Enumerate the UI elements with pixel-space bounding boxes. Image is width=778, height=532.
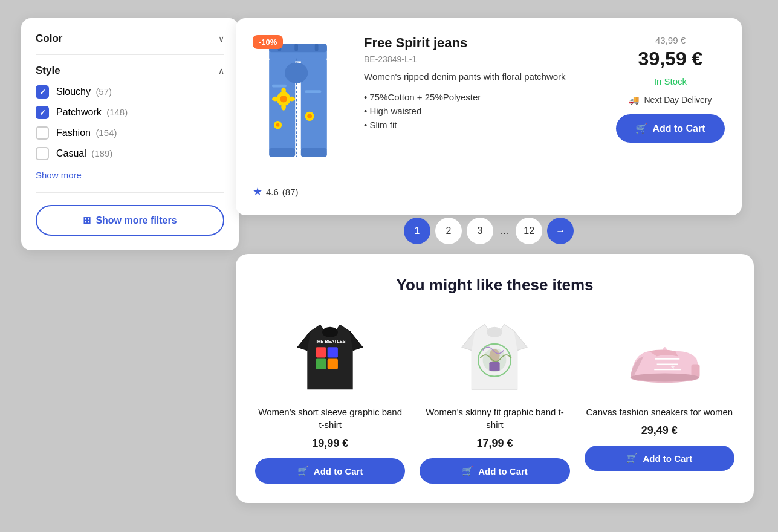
sneaker-svg: ★ — [617, 311, 702, 396]
rec-name-2: Women's skinny fit graphic band t-shirt — [420, 406, 569, 431]
delivery-label: Next Day Delivery — [644, 95, 712, 105]
checkbox-casual[interactable] — [36, 147, 49, 160]
tshirt-black-svg: THE BEATLES — [291, 311, 369, 396]
style-label-casual: Casual (189) — [56, 148, 112, 159]
svg-rect-8 — [294, 44, 298, 51]
style-filter-title: Style — [36, 65, 60, 77]
in-stock-status: In Stock — [616, 76, 725, 86]
next-page-button[interactable]: → — [547, 218, 574, 244]
style-item-slouchy[interactable]: Slouchy (57) — [36, 85, 224, 99]
svg-rect-33 — [490, 362, 500, 371]
page-ellipsis: ... — [498, 225, 511, 236]
svg-point-14 — [288, 97, 295, 102]
filter-panel: Color ∨ Style ∧ Slouchy (57) Patchwork (… — [21, 18, 239, 250]
svg-rect-26 — [316, 359, 326, 369]
svg-point-18 — [307, 114, 312, 119]
rec-price-3: 29,49 € — [641, 424, 678, 437]
feature-1: 75%Cotton + 25%Polyester — [364, 90, 601, 104]
checkbox-fashion[interactable] — [36, 126, 49, 140]
svg-point-10 — [280, 96, 287, 102]
add-to-cart-button[interactable]: 🛒 Add to Cart — [616, 114, 725, 143]
chevron-down-icon: ∨ — [218, 34, 224, 44]
product-image-section: -10% — [253, 35, 349, 198]
cart-icon-sm-1: 🛒 — [297, 465, 309, 476]
page-button-3[interactable]: 3 — [467, 218, 493, 244]
rec-add-to-cart-button-2[interactable]: 🛒 Add to Cart — [420, 458, 569, 484]
tshirt-white-svg — [455, 311, 534, 396]
style-label-fashion: Fashion (154) — [56, 128, 117, 138]
product-sku: BE-23849-L-1 — [364, 54, 601, 64]
truck-icon: 🚚 — [629, 95, 639, 105]
rec-item-1: THE BEATLES Women's short sleeve graphic… — [255, 311, 405, 484]
svg-text:★: ★ — [670, 364, 675, 370]
color-filter-header[interactable]: Color ∨ — [36, 33, 224, 55]
cart-icon: 🛒 — [635, 123, 647, 134]
svg-rect-20 — [305, 90, 321, 93]
rec-image-2 — [452, 311, 537, 396]
color-filter-title: Color — [36, 33, 62, 45]
rating-value: 4.6 — [266, 187, 279, 197]
cart-icon-sm-3: 🛒 — [626, 453, 638, 464]
svg-rect-21 — [269, 148, 295, 157]
style-item-patchwork[interactable]: Patchwork (148) — [36, 106, 224, 119]
style-filter-header: Style ∧ — [36, 65, 224, 77]
delivery-info: 🚚 Next Day Delivery — [616, 95, 725, 105]
checkbox-patchwork[interactable] — [36, 106, 49, 119]
svg-rect-25 — [328, 347, 338, 357]
sale-price: 39,59 € — [616, 48, 725, 70]
rec-image-1: THE BEATLES — [288, 311, 372, 396]
svg-point-39 — [631, 373, 699, 381]
svg-point-13 — [272, 97, 279, 102]
filter-icon: ⊞ — [83, 215, 91, 226]
checkbox-slouchy[interactable] — [36, 85, 49, 99]
svg-rect-27 — [328, 359, 338, 369]
product-title: Free Spirit jeans — [364, 35, 601, 51]
svg-point-12 — [281, 103, 286, 110]
page-button-1[interactable]: 1 — [404, 218, 430, 244]
original-price: 43,99 € — [616, 35, 725, 45]
pagination: 1 2 3 ... 12 → — [236, 218, 742, 244]
product-rating: ★ 4.6 (87) — [253, 185, 349, 198]
chevron-up-icon: ∧ — [218, 66, 224, 76]
product-pricing: 43,99 € 39,59 € In Stock 🚚 Next Day Deli… — [616, 35, 725, 143]
rec-name-1: Women's short sleeve graphic band t-shir… — [255, 406, 405, 431]
svg-point-11 — [281, 88, 286, 94]
product-features: 75%Cotton + 25%Polyester High waisted Sl… — [364, 90, 601, 132]
rec-add-to-cart-button-3[interactable]: 🛒 Add to Cart — [585, 446, 734, 471]
page-button-12[interactable]: 12 — [516, 218, 542, 244]
product-card: -10% — [236, 18, 742, 215]
show-more-styles-link[interactable]: Show more — [36, 170, 82, 180]
cart-icon-sm-2: 🛒 — [462, 465, 473, 476]
product-image — [253, 35, 343, 180]
rec-name-3: Canvas fashion sneakers for women — [586, 406, 733, 418]
svg-point-32 — [490, 349, 500, 362]
show-more-filters-button[interactable]: ⊞ Show more filters — [36, 205, 224, 236]
page-button-2[interactable]: 2 — [435, 218, 462, 244]
rec-price-2: 17,99 € — [476, 437, 513, 450]
product-info: Free Spirit jeans BE-23849-L-1 Women's r… — [364, 35, 601, 132]
star-icon: ★ — [253, 185, 262, 198]
feature-2: High waisted — [364, 104, 601, 118]
rec-add-to-cart-button-1[interactable]: 🛒 Add to Cart — [255, 458, 405, 484]
rec-item-3: ★ Canvas fashion sneakers for women 29,4… — [585, 311, 734, 484]
rec-price-1: 19,99 € — [312, 437, 348, 450]
filter-divider — [36, 192, 224, 193]
discount-badge: -10% — [253, 35, 283, 49]
recommendations-panel: You might like these items THE BEATLES — [236, 254, 754, 503]
style-item-casual[interactable]: Casual (189) — [36, 147, 224, 160]
svg-text:THE BEATLES: THE BEATLES — [314, 339, 346, 344]
svg-rect-24 — [316, 347, 326, 357]
style-label-patchwork: Patchwork (148) — [56, 107, 128, 118]
product-description: Women's ripped denim pants with floral p… — [364, 71, 601, 82]
jeans-illustration — [262, 41, 334, 174]
rating-count: (87) — [282, 187, 299, 197]
feature-3: Slim fit — [364, 118, 601, 132]
style-item-fashion[interactable]: Fashion (154) — [36, 126, 224, 140]
svg-rect-7 — [315, 44, 319, 51]
recommendations-list: THE BEATLES Women's short sleeve graphic… — [255, 311, 734, 484]
recommendations-title: You might like these items — [255, 276, 734, 294]
rec-image-3: ★ — [617, 311, 702, 396]
rec-item-2: Women's skinny fit graphic band t-shirt … — [420, 311, 569, 484]
svg-rect-22 — [301, 148, 327, 157]
svg-point-23 — [322, 327, 338, 337]
